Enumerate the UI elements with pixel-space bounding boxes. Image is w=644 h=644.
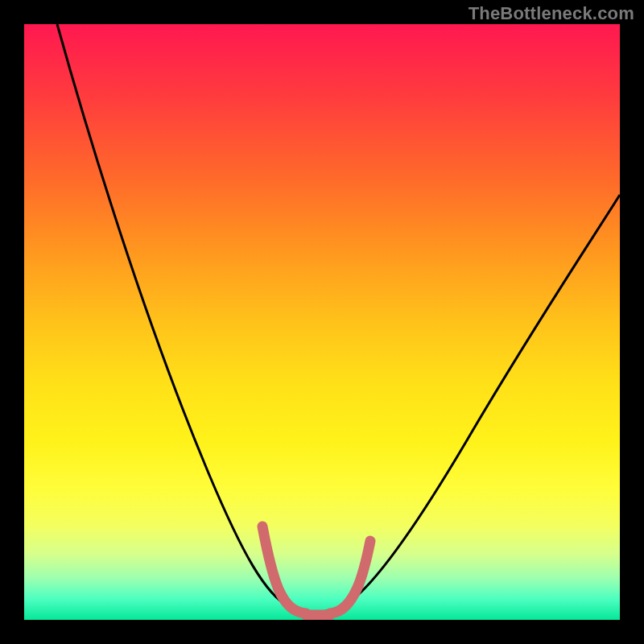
- chart-plot-area: [24, 24, 620, 620]
- optimal-highlight: [262, 526, 370, 615]
- chart-svg: [24, 24, 620, 620]
- watermark-text: TheBottleneck.com: [469, 3, 634, 24]
- chart-frame: TheBottleneck.com: [0, 0, 644, 644]
- bottleneck-curve: [57, 24, 620, 613]
